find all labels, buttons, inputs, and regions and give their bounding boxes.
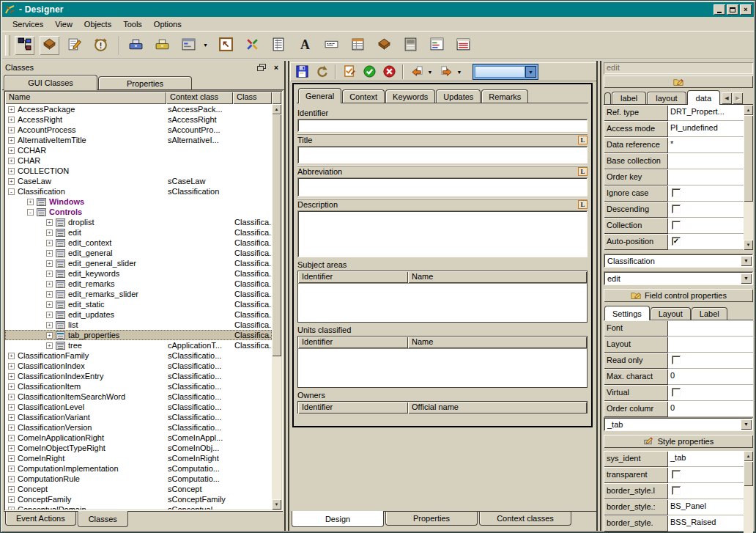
tree-row-conceptualdomain[interactable]: +ConceptualDomainsConceptual... bbox=[5, 504, 272, 510]
menu-objects[interactable]: Objects bbox=[78, 18, 117, 30]
drawer-blue-button[interactable] bbox=[126, 36, 146, 55]
expander-icon[interactable]: + bbox=[8, 127, 15, 133]
menu-view[interactable]: View bbox=[49, 18, 78, 30]
expander-icon[interactable]: + bbox=[8, 178, 15, 185]
expander-icon[interactable]: + bbox=[8, 137, 15, 144]
float-panel-icon[interactable] bbox=[256, 63, 267, 73]
tree-row-edit-context[interactable]: +edit_contextClassifica... bbox=[5, 238, 272, 248]
tree-row-classificationvariant[interactable]: +ClassificationVariantsClassificatio... bbox=[5, 412, 272, 422]
tree-row-edit-general[interactable]: +edit_generalClassifica... bbox=[5, 248, 272, 258]
table-column-identifier[interactable]: Identifier bbox=[298, 402, 408, 413]
tree-row-windows[interactable]: +Windows bbox=[5, 196, 272, 207]
form-designer-canvas[interactable]: GeneralContextKeywordsUpdatesRemarks Ide… bbox=[292, 83, 593, 427]
expander-icon[interactable]: - bbox=[8, 188, 15, 195]
expander-icon[interactable]: + bbox=[8, 424, 15, 431]
data-grid-scrollbar[interactable]: ▲ ▼ bbox=[744, 105, 753, 250]
tree-row-classificationfamily[interactable]: +ClassificationFamilysClassificatio... bbox=[5, 350, 272, 361]
tree-row-classificationindexentry[interactable]: +ClassificationIndexEntrysClassificatio.… bbox=[5, 371, 272, 381]
chevron-down-icon[interactable]: ▼ bbox=[741, 256, 752, 266]
checkbox-auto-position[interactable]: ✓ bbox=[672, 237, 681, 246]
table-body[interactable] bbox=[297, 283, 588, 323]
table-column-identifier[interactable]: Identifier bbox=[298, 337, 408, 348]
font-button[interactable]: A bbox=[295, 36, 315, 55]
tree-row-classification[interactable]: -ClassificationsClassification bbox=[5, 186, 272, 196]
checkbox-ignore-case[interactable] bbox=[672, 188, 681, 197]
expander-icon[interactable]: + bbox=[8, 476, 15, 482]
drawer-yellow-button[interactable] bbox=[152, 36, 172, 55]
menu-tools[interactable]: Tools bbox=[117, 18, 148, 30]
expander-icon[interactable]: + bbox=[8, 404, 15, 411]
expander-icon[interactable]: + bbox=[8, 106, 15, 113]
tab-properties[interactable]: Properties bbox=[98, 76, 192, 89]
column-header-name[interactable]: Name bbox=[5, 92, 166, 104]
table-column-name[interactable]: Name bbox=[408, 337, 587, 348]
data-value[interactable]: DRT_Propert... bbox=[668, 105, 744, 121]
scroll-up-icon[interactable]: ▲ bbox=[744, 105, 753, 115]
data-value[interactable] bbox=[668, 185, 744, 202]
data-value[interactable] bbox=[668, 218, 744, 234]
field-input-identifier[interactable] bbox=[297, 119, 588, 132]
style-grid-scrollbar[interactable]: ▲ bbox=[744, 451, 753, 533]
column-header-context-class[interactable]: Context class bbox=[166, 92, 233, 104]
table-body[interactable] bbox=[297, 348, 588, 388]
expander-icon[interactable]: + bbox=[8, 363, 15, 370]
tree-row-edit-static[interactable]: +edit_staticClassifica... bbox=[5, 299, 272, 309]
style-value[interactable] bbox=[668, 483, 744, 499]
expander-icon[interactable]: + bbox=[8, 507, 15, 510]
expander-icon[interactable]: + bbox=[8, 394, 15, 400]
language-button[interactable]: L bbox=[578, 136, 588, 144]
tree-row-tree[interactable]: +treecApplicationT...Classifica... bbox=[5, 340, 272, 350]
tree-row-classificationindex[interactable]: +ClassificationIndexsClassificatio... bbox=[5, 361, 272, 371]
text-control-button[interactable] bbox=[322, 36, 341, 55]
expander-icon[interactable]: + bbox=[8, 414, 15, 421]
edit-properties-button[interactable] bbox=[604, 76, 753, 88]
expander-icon[interactable]: + bbox=[46, 312, 53, 318]
scroll-thumb[interactable] bbox=[272, 114, 281, 356]
minimize-button[interactable] bbox=[714, 4, 725, 15]
settings-value[interactable] bbox=[668, 320, 753, 337]
scroll-down-icon[interactable]: ▼ bbox=[272, 499, 281, 510]
close-button[interactable]: × bbox=[740, 4, 752, 15]
server-button[interactable] bbox=[401, 36, 420, 55]
table-column-name[interactable]: Name bbox=[408, 271, 587, 283]
expander-icon[interactable]: + bbox=[46, 332, 53, 339]
expander-icon[interactable]: - bbox=[27, 209, 34, 216]
tree-row-edit-keywords[interactable]: +edit_keywordsClassifica... bbox=[5, 268, 272, 279]
tree-row-classificationitemsearchword[interactable]: +ClassificationItemSearchWordsClassifica… bbox=[5, 392, 272, 402]
expander-icon[interactable]: + bbox=[46, 240, 53, 246]
expander-icon[interactable]: + bbox=[8, 117, 15, 123]
expander-icon[interactable]: + bbox=[27, 199, 34, 205]
settings-value[interactable] bbox=[668, 337, 753, 353]
tree-row-comeinobjecttyperight[interactable]: +ComeInObjectTypeRightsComeInObj... bbox=[5, 443, 272, 453]
tree-row-classificationlevel[interactable]: +ClassificationLevelsClassificatio... bbox=[5, 402, 272, 412]
table-column-identifier[interactable]: Identifier bbox=[298, 271, 408, 283]
tab-scroll-left-icon[interactable]: ◀ bbox=[722, 92, 732, 104]
tree-row-accesspackage[interactable]: +AccessPackagesAccessPack... bbox=[5, 104, 272, 114]
accept-button[interactable] bbox=[360, 64, 378, 80]
code-window-button[interactable] bbox=[427, 36, 447, 55]
expander-icon[interactable]: + bbox=[8, 435, 15, 441]
nav-forward-button[interactable] bbox=[437, 64, 455, 80]
bottom-tab-classes[interactable]: Classes bbox=[78, 511, 128, 527]
ref-tab-label[interactable]: label bbox=[612, 92, 646, 104]
tree-row-comeinright[interactable]: +ComeInRightsComeInRight bbox=[5, 453, 272, 463]
tree-row-edit-general-slider[interactable]: +edit_general_sliderClassifica... bbox=[5, 258, 272, 268]
chevron-down-icon[interactable]: ▼ bbox=[741, 273, 752, 284]
classes-panel-titlebar[interactable]: Classes × bbox=[2, 61, 284, 74]
expander-icon[interactable]: + bbox=[46, 291, 53, 298]
checkbox-read-only[interactable] bbox=[672, 356, 681, 364]
tree-row-accessright[interactable]: +AccessRightsAccessRight bbox=[5, 114, 272, 125]
tree-row-edit[interactable]: +editClassifica... bbox=[5, 227, 272, 238]
field-input-abbreviation[interactable] bbox=[297, 177, 588, 196]
scroll-thumb[interactable] bbox=[744, 461, 753, 486]
class-tree-button[interactable] bbox=[15, 36, 34, 55]
control-combo[interactable]: edit ▼ bbox=[604, 271, 753, 285]
style-properties-button[interactable]: Style properties bbox=[604, 435, 753, 448]
expander-icon[interactable]: + bbox=[46, 219, 53, 226]
image-frame-button[interactable] bbox=[216, 36, 236, 55]
right-splitter[interactable] bbox=[596, 61, 601, 531]
chevron-down-icon[interactable]: ▼ bbox=[455, 65, 464, 79]
menu-options[interactable]: Options bbox=[148, 18, 188, 30]
tree-row-tab-properties[interactable]: +tab_propertiesClassifica... bbox=[5, 330, 272, 340]
chevron-down-icon[interactable]: ▼ bbox=[525, 66, 536, 78]
